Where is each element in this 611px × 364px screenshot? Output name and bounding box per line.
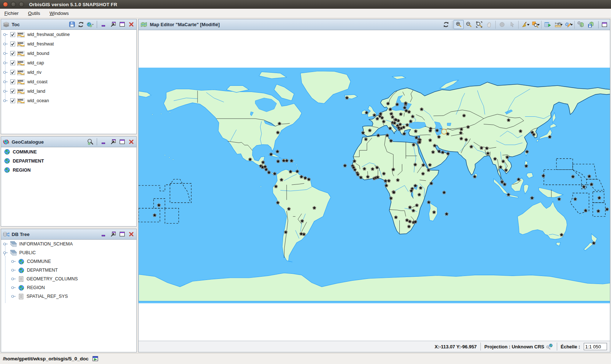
layer-visibility-checkbox[interactable]	[10, 32, 15, 37]
window-minimize-icon[interactable]	[11, 2, 16, 7]
tree-expander-icon[interactable]	[11, 285, 16, 291]
attributes-button[interactable]	[543, 20, 553, 29]
layer-visibility-checkbox[interactable]	[10, 98, 15, 103]
refresh-layers-button[interactable]	[77, 21, 84, 28]
geocatalogue-maximize-button[interactable]	[119, 139, 125, 145]
layer-visibility-checkbox[interactable]	[10, 79, 15, 84]
add-layer-globe-button[interactable]	[87, 21, 93, 28]
tree-expander-icon[interactable]	[3, 41, 8, 47]
tree-expander-icon[interactable]	[3, 60, 8, 66]
toc-maximize-button[interactable]	[119, 21, 125, 28]
left-dock: Toc WMSwld_fresh	[0, 18, 138, 353]
wms-layer-icon: WMS	[17, 41, 25, 47]
doc-icon	[18, 276, 24, 282]
measure-button[interactable]: d	[553, 20, 563, 29]
svg-text:WMS: WMS	[18, 70, 24, 73]
geocatalogue-item-commune[interactable]: COMMUNE	[1, 147, 136, 156]
tree-expander-icon[interactable]	[11, 276, 16, 282]
toc-layer-row[interactable]: WMSwld_freshwat	[1, 39, 136, 49]
draw-button[interactable]	[563, 20, 573, 29]
tree-expander-icon[interactable]	[3, 79, 8, 85]
dbtree-restore-button[interactable]	[109, 231, 116, 237]
menu-outils[interactable]: Outils	[28, 11, 40, 16]
geocatalogue-item-department[interactable]: DEPARTMENT	[1, 156, 136, 165]
tree-expander-icon[interactable]	[11, 259, 16, 264]
geocatalogue-panel: GeoCatalogue COMMUNE DEPARTMENT REGION	[1, 136, 137, 227]
geocatalogue-minimize-button[interactable]	[100, 139, 107, 145]
dbtree-item-label: COMMUNE	[26, 259, 51, 264]
layer-name: wld_freshwat	[27, 41, 54, 47]
dbtree-item-spatial_ref_sys[interactable]: SPATIAL_REF_SYS	[1, 292, 136, 301]
dbtree-item-department[interactable]: DEPARTMENT	[1, 266, 136, 275]
dbtree-item-information_schema[interactable]: INFORMATION_SCHEMA	[1, 240, 136, 248]
window-maximize-icon[interactable]	[19, 2, 24, 7]
zoom-in-button[interactable]	[454, 20, 464, 29]
layer-visibility-checkbox[interactable]	[10, 51, 15, 56]
toc-layer-row[interactable]: WMSwld_bound	[1, 49, 136, 58]
workspace-switch-icon[interactable]	[92, 356, 99, 362]
dbtree-panel-header: DB Tree	[1, 229, 136, 240]
geocatalogue-restore-button[interactable]	[109, 139, 116, 145]
tree-expander-icon[interactable]	[3, 32, 8, 37]
map-editor-maximize-button[interactable]	[601, 21, 608, 28]
layer-visibility-checkbox[interactable]	[10, 89, 15, 94]
dbtree-item-region[interactable]: REGION	[1, 283, 136, 292]
menu-windows[interactable]: Windows	[49, 11, 69, 16]
chevron-down-icon[interactable]	[570, 24, 573, 26]
window-close-icon[interactable]	[3, 2, 8, 7]
zoom-selection-button[interactable]	[530, 20, 540, 29]
dbtree-item-label: PUBLIC	[19, 250, 36, 255]
zoom-out-button[interactable]	[464, 20, 474, 29]
toc-layer-row[interactable]: WMSwld_coast	[1, 77, 136, 87]
dbtree-close-button[interactable]	[128, 231, 135, 237]
geocatalogue-item-region[interactable]: REGION	[1, 165, 136, 175]
toc-panel-title: Toc	[12, 22, 20, 27]
scale-input[interactable]	[584, 343, 607, 350]
tree-expander-icon[interactable]	[3, 69, 8, 75]
layer-visibility-checkbox[interactable]	[10, 41, 15, 47]
dbtree-maximize-button[interactable]	[119, 231, 125, 237]
tree-expander-icon[interactable]	[11, 293, 16, 299]
toc-layer-row[interactable]: WMSwld_riv	[1, 68, 136, 77]
svg-text:WMS: WMS	[18, 32, 24, 35]
toc-layer-row[interactable]: WMSwld_freshwat_outline	[1, 30, 136, 39]
dbtree-minimize-button[interactable]	[100, 231, 107, 237]
layer-visibility-checkbox[interactable]	[10, 70, 15, 75]
world-map[interactable]	[139, 68, 610, 303]
geocatalogue-search-button[interactable]	[87, 139, 93, 145]
chevron-down-icon[interactable]	[537, 24, 540, 26]
tree-expander-icon[interactable]	[3, 241, 8, 247]
dbtree-item-public[interactable]: PUBLIC	[1, 248, 136, 257]
projection-config-icon[interactable]	[546, 343, 553, 350]
chevron-down-icon[interactable]	[527, 24, 530, 26]
toc-layer-row[interactable]: WMSwld_cap	[1, 58, 136, 68]
tree-expander-icon[interactable]	[3, 51, 8, 56]
database-icon	[3, 231, 9, 237]
chevron-down-icon[interactable]	[560, 24, 563, 26]
layer-visibility-checkbox[interactable]	[10, 60, 15, 65]
map-export-button[interactable]	[586, 20, 596, 29]
svg-text:WMS: WMS	[18, 61, 24, 63]
dbtree-item-commune[interactable]: COMMUNE	[1, 257, 136, 266]
geocatalogue-close-button[interactable]	[128, 139, 135, 145]
toc-close-button[interactable]	[128, 21, 135, 28]
map-config-button[interactable]	[576, 20, 586, 29]
map-canvas[interactable]	[139, 30, 610, 341]
dbtree-item-label: SPATIAL_REF_SYS	[26, 294, 68, 299]
toc-restore-button[interactable]	[109, 21, 116, 28]
refresh-button[interactable]	[441, 20, 451, 29]
toc-layer-row[interactable]: WMSwld_ocean	[1, 96, 136, 105]
dbtree-item-geometry_columns[interactable]: GEOMETRY_COLUMNS	[1, 275, 136, 283]
save-map-context-button[interactable]	[68, 21, 75, 28]
toc-layer-row[interactable]: WMSwld_land	[1, 87, 136, 96]
toc-minimize-button[interactable]	[100, 21, 107, 28]
menu-fichier[interactable]: Fichier	[4, 11, 19, 16]
tree-expander-icon[interactable]	[3, 98, 8, 104]
tree-expander-icon[interactable]	[11, 267, 16, 273]
tree-expander-icon[interactable]	[3, 250, 8, 256]
svg-text:WMS: WMS	[18, 99, 24, 101]
layers-icon	[3, 21, 9, 28]
zoom-extent-button[interactable]	[474, 20, 484, 29]
clear-button[interactable]	[520, 20, 530, 29]
tree-expander-icon[interactable]	[3, 88, 8, 94]
